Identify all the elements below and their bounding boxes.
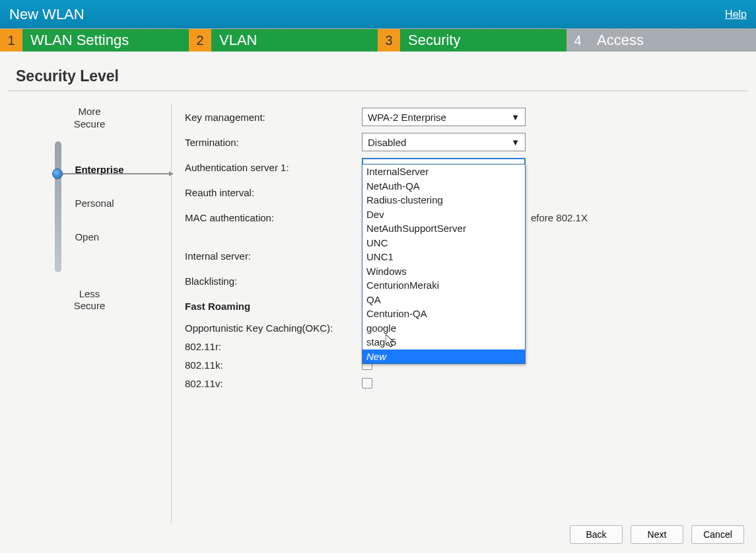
chevron-down-icon: ▼	[511, 112, 520, 122]
next-button[interactable]: Next	[631, 525, 683, 544]
dropdown-item-new[interactable]: New	[362, 350, 525, 364]
key-management-row: Key management: WPA-2 Enterprise ▼	[185, 104, 748, 129]
tab-number: 4	[567, 29, 589, 52]
blacklisting-label: Blacklisting:	[185, 276, 362, 287]
tab-wlan-settings[interactable]: 1 WLAN Settings	[0, 29, 189, 52]
termination-row: Termination: Disabled ▼	[185, 129, 748, 155]
less-secure-label: Less Secure	[74, 288, 106, 313]
dropdown-item[interactable]: CenturionMeraki	[362, 278, 525, 293]
dot11v-label: 802.11v:	[185, 378, 362, 389]
mac-auth-label: MAC authentication:	[185, 212, 362, 223]
cancel-button[interactable]: Cancel	[691, 525, 744, 544]
auth-server-label: Authentication server 1:	[185, 162, 362, 173]
dropdown-item[interactable]: InternalServer	[362, 165, 525, 179]
level-personal[interactable]: Personal	[75, 198, 123, 209]
tab-label: VLAN	[211, 29, 378, 52]
tab-security[interactable]: 3 Security	[378, 29, 567, 52]
slider-indicator-line	[61, 173, 173, 174]
dot11r-label: 802.11r:	[185, 341, 362, 352]
chevron-down-icon: ▼	[511, 137, 520, 147]
tab-label: WLAN Settings	[22, 29, 189, 52]
termination-select[interactable]: Disabled ▼	[362, 133, 526, 151]
security-form: Key management: WPA-2 Enterprise ▼ Termi…	[172, 104, 748, 524]
okc-label: Opportunistic Key Caching(OKC):	[185, 322, 362, 334]
tab-number: 3	[378, 29, 400, 52]
back-button[interactable]: Back	[570, 525, 623, 544]
level-open[interactable]: Open	[75, 231, 123, 242]
dropdown-item[interactable]: Windows	[362, 264, 525, 279]
tab-vlan[interactable]: 2 VLAN	[189, 29, 378, 52]
internal-server-label: Internal server:	[185, 250, 362, 262]
cursor-icon	[386, 334, 396, 349]
key-management-label: Key management:	[185, 112, 362, 123]
dropdown-item[interactable]: Centurion-QA	[362, 307, 525, 321]
security-slider-knob[interactable]	[52, 168, 63, 179]
dropdown-item[interactable]: UNC	[362, 236, 525, 250]
security-slider-track[interactable]	[55, 141, 61, 272]
content-area: More Secure Enterprise Personal Open Les…	[0, 91, 756, 524]
dot11v-checkbox[interactable]	[362, 378, 372, 388]
mac-auth-extra-text: efore 802.1X	[531, 212, 588, 223]
dot11v-row: 802.11v:	[185, 374, 748, 392]
tab-label: Security	[400, 29, 567, 52]
termination-value: Disabled	[368, 137, 406, 148]
tab-number: 2	[189, 29, 211, 52]
slider-box: Enterprise Personal Open	[55, 137, 123, 272]
button-bar: Back Next Cancel	[570, 525, 744, 544]
help-link[interactable]: Help	[725, 9, 747, 20]
dot11k-label: 802.11k:	[185, 359, 362, 371]
dropdown-item[interactable]: NetAuthSupportServer	[362, 221, 525, 236]
tab-access[interactable]: 4 Access	[567, 29, 756, 52]
fast-roaming-label: Fast Roaming	[185, 301, 362, 312]
dropdown-item[interactable]: Radius-clustering	[362, 193, 525, 207]
termination-label: Termination:	[185, 137, 362, 148]
dropdown-item[interactable]: UNC1	[362, 250, 525, 264]
wizard-tabs: 1 WLAN Settings 2 VLAN 3 Security 4 Acce…	[0, 29, 756, 52]
slider-levels: Enterprise Personal Open	[75, 164, 123, 242]
more-secure-label: More Secure	[74, 106, 106, 131]
title-bar: New WLAN Help	[0, 0, 756, 29]
reauth-interval-label: Reauth interval:	[185, 187, 362, 198]
dropdown-item[interactable]: google	[362, 321, 525, 336]
page-heading: Security Level	[8, 52, 748, 91]
key-management-value: WPA-2 Enterprise	[368, 112, 446, 123]
tab-number: 1	[0, 29, 22, 52]
tab-label: Access	[589, 29, 756, 52]
dropdown-item[interactable]: QA	[362, 293, 525, 307]
window-title: New WLAN	[9, 6, 85, 23]
key-management-select[interactable]: WPA-2 Enterprise ▼	[362, 108, 526, 126]
dropdown-item[interactable]: NetAuth-QA	[362, 179, 525, 194]
dropdown-item[interactable]: Dev	[362, 207, 525, 222]
security-slider-panel: More Secure Enterprise Personal Open Les…	[8, 104, 172, 524]
